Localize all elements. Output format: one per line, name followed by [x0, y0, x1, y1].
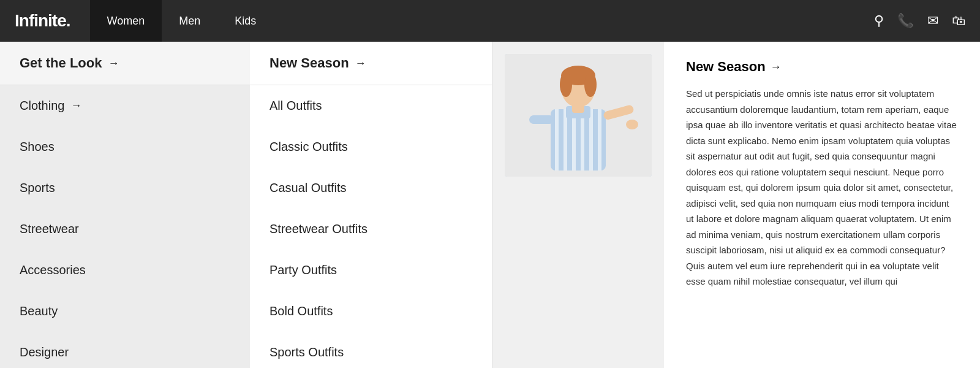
right-col-title-arrow: → — [771, 61, 782, 74]
left-col-header-label: Get the Look — [20, 55, 102, 71]
right-column: New Season → Sed ut perspiciatis unde om… — [664, 42, 980, 368]
left-col-item-beauty[interactable]: Beauty — [0, 291, 250, 332]
middle-col-item-all-outfits[interactable]: All Outfits — [250, 85, 492, 126]
left-col-item-shoes-label: Shoes — [20, 140, 55, 154]
nav-item-men[interactable]: Men — [162, 0, 217, 42]
left-col-item-beauty-label: Beauty — [20, 304, 58, 318]
right-col-title-label: New Season — [686, 59, 766, 75]
svg-rect-2 — [555, 109, 559, 171]
model-illustration — [505, 54, 652, 177]
left-col-item-designer[interactable]: Designer — [0, 332, 250, 368]
left-col-item-shoes[interactable]: Shoes — [0, 126, 250, 167]
svg-rect-3 — [564, 109, 567, 171]
middle-col-item-casual-outfits-label: Casual Outfits — [270, 181, 347, 195]
svg-rect-6 — [589, 109, 593, 171]
left-col-item-clothing-label: Clothing — [20, 99, 64, 113]
right-col-title: New Season → — [686, 59, 958, 75]
middle-col-header[interactable]: New Season → — [250, 42, 492, 85]
middle-col-header-arrow: → — [355, 57, 366, 70]
svg-point-12 — [560, 72, 572, 97]
right-col-body: Sed ut perspiciatis unde omnis iste natu… — [686, 86, 958, 289]
left-col-item-sports-label: Sports — [20, 181, 55, 195]
middle-col-item-classic-outfits-label: Classic Outfits — [270, 140, 348, 154]
left-col-header[interactable]: Get the Look → — [0, 42, 250, 85]
left-col-item-streetwear[interactable]: Streetwear — [0, 209, 250, 250]
svg-rect-16 — [529, 115, 554, 124]
left-col-item-clothing-arrow: → — [70, 99, 81, 112]
middle-col-item-sports-outfits-label: Sports Outfits — [270, 345, 344, 359]
bag-icon[interactable]: 🛍 — [952, 13, 965, 29]
left-col-item-sports[interactable]: Sports — [0, 167, 250, 209]
left-col-item-clothing[interactable]: Clothing → — [0, 85, 250, 126]
mail-icon[interactable]: ✉ — [927, 13, 938, 29]
left-column: Get the Look → Clothing → Shoes Sports S… — [0, 42, 250, 368]
svg-point-15 — [626, 120, 638, 129]
nav-item-kids[interactable]: Kids — [217, 0, 273, 42]
left-col-item-designer-label: Designer — [20, 345, 69, 359]
promo-image — [505, 54, 652, 177]
middle-col-item-classic-outfits[interactable]: Classic Outfits — [250, 126, 492, 167]
middle-col-item-bold-outfits[interactable]: Bold Outfits — [250, 291, 492, 332]
left-col-item-accessories[interactable]: Accessories — [0, 250, 250, 291]
middle-col-item-party-outfits[interactable]: Party Outfits — [250, 250, 492, 291]
left-col-item-accessories-label: Accessories — [20, 263, 86, 277]
svg-point-13 — [584, 72, 597, 97]
nav-item-women[interactable]: Women — [90, 0, 162, 42]
svg-rect-7 — [598, 109, 601, 171]
middle-col-header-label: New Season — [270, 55, 349, 71]
phone-icon[interactable]: 📞 — [897, 13, 914, 29]
navbar-icons: ⚲ 📞 ✉ 🛍 — [874, 13, 965, 29]
middle-col-item-streetwear-outfits[interactable]: Streetwear Outfits — [250, 209, 492, 250]
middle-col-item-sports-outfits[interactable]: Sports Outfits — [250, 332, 492, 368]
mega-menu: Get the Look → Clothing → Shoes Sports S… — [0, 42, 980, 368]
navbar: Infinite. Women Men Kids ⚲ 📞 ✉ 🛍 — [0, 0, 980, 42]
middle-col-item-all-outfits-label: All Outfits — [270, 99, 322, 113]
middle-column: New Season → All Outfits Classic Outfits… — [250, 42, 492, 368]
middle-col-item-streetwear-outfits-label: Streetwear Outfits — [270, 222, 368, 236]
middle-col-item-casual-outfits[interactable]: Casual Outfits — [250, 167, 492, 209]
middle-col-item-bold-outfits-label: Bold Outfits — [270, 304, 333, 318]
left-col-item-streetwear-label: Streetwear — [20, 222, 79, 236]
middle-col-item-party-outfits-label: Party Outfits — [270, 263, 337, 277]
nav-items: Women Men Kids — [90, 0, 274, 42]
logo[interactable]: Infinite. — [15, 11, 70, 31]
promo-image-column — [492, 42, 664, 368]
left-col-header-arrow: → — [108, 57, 119, 70]
search-icon[interactable]: ⚲ — [874, 13, 884, 29]
